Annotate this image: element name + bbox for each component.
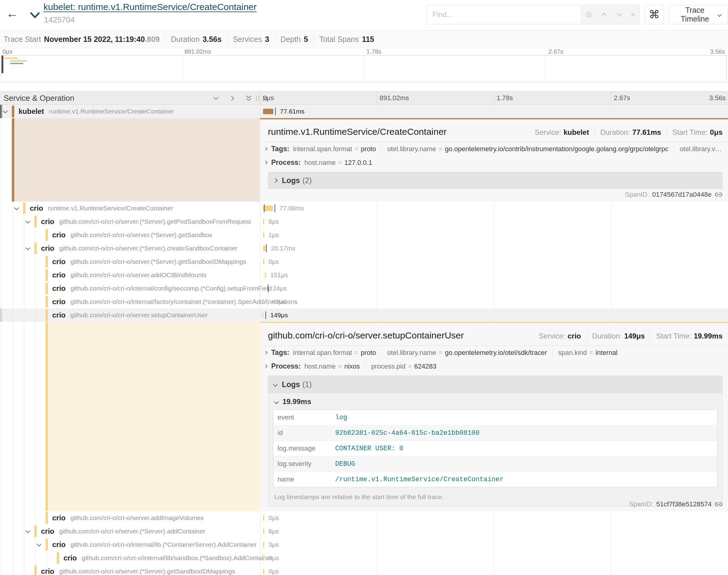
timeline-minimap[interactable] xyxy=(1,55,727,82)
expand-chevron-icon[interactable] xyxy=(3,109,8,113)
tags-row[interactable]: Tags: internal.span.format=protootel.lib… xyxy=(260,346,728,360)
span-duration-bar[interactable] xyxy=(263,259,264,264)
service-color-bar xyxy=(45,322,48,511)
logs-toggle[interactable]: Logs (1) xyxy=(268,376,722,393)
divider xyxy=(587,332,587,341)
span-boundary-tick xyxy=(265,311,266,319)
kv-value: proto xyxy=(361,145,376,153)
span-duration-bar[interactable] xyxy=(265,272,266,278)
divider xyxy=(274,35,275,44)
span-row[interactable]: criogithub.com/cri-o/cri-o/server.(*Serv… xyxy=(0,255,728,268)
span-row-label: criogithub.com/cri-o/cri-o/internal/conf… xyxy=(52,282,272,295)
kv-separator xyxy=(382,349,382,357)
kv-value: 624283 xyxy=(414,363,436,370)
operation-name: github.com/cri-o/cri-o/internal/factory/… xyxy=(70,298,297,305)
back-button[interactable]: ← xyxy=(6,7,18,20)
tree-guide-line xyxy=(1,551,2,565)
trace-title-link[interactable]: kubelet: runtime.v1.RuntimeService/Creat… xyxy=(43,2,257,12)
expand-chevron-icon[interactable] xyxy=(37,542,42,547)
span-duration-label: 20.17ms xyxy=(271,245,296,252)
span-duration-bar[interactable] xyxy=(263,515,264,521)
expand-chevron-icon[interactable] xyxy=(26,529,30,533)
expand-chevron-icon[interactable] xyxy=(26,246,30,250)
span-row[interactable]: criogithub.com/cri-o/cri-o/server.(*Serv… xyxy=(0,565,728,575)
span-duration-bar[interactable] xyxy=(263,555,264,561)
span-duration-bar[interactable] xyxy=(263,529,264,534)
span-row[interactable]: criogithub.com/cri-o/cri-o/internal/lib/… xyxy=(0,551,728,565)
log-field-key: log.severity xyxy=(273,456,331,472)
service-color-bar xyxy=(45,512,48,524)
logs-toggle[interactable]: Logs (2) xyxy=(268,172,723,189)
trace-id: 1425704 xyxy=(44,15,75,25)
span-duration-bar[interactable] xyxy=(263,542,264,547)
log-field-key: id xyxy=(273,425,331,441)
span-row[interactable]: criogithub.com/cri-o/cri-o/internal/conf… xyxy=(0,282,728,295)
divider xyxy=(227,35,228,44)
minimap-view-scrubber[interactable] xyxy=(2,56,3,73)
span-boundary-tick xyxy=(275,107,276,115)
span-duration-bar[interactable] xyxy=(263,219,264,224)
tags-row[interactable]: Tags: internal.span.format=protootel.lib… xyxy=(260,142,728,156)
service-color-bar xyxy=(57,552,59,564)
find-input[interactable] xyxy=(427,5,581,24)
keyboard-shortcuts-button[interactable]: ⌘ xyxy=(644,5,664,24)
column-resize-handle[interactable] xyxy=(256,96,259,101)
span-row[interactable]: criogithub.com/cri-o/cri-o/internal/lib.… xyxy=(0,538,728,551)
clear-find-icon[interactable]: × xyxy=(630,10,635,19)
logs-body: 19.99ms eventlogid92b82381-025c-4a64-815… xyxy=(268,393,722,506)
span-row[interactable]: crioruntime.v1.RuntimeService/CreateCont… xyxy=(0,202,728,215)
span-row-label: crioruntime.v1.RuntimeService/CreateCont… xyxy=(30,202,173,215)
tags-label: Tags: xyxy=(271,145,290,153)
prev-result-icon[interactable] xyxy=(600,10,608,19)
tree-guide-line xyxy=(24,215,24,228)
process-row[interactable]: Process: host.name=127.0.0.1 xyxy=(260,156,728,169)
span-duration-bar[interactable] xyxy=(263,232,264,238)
span-row[interactable]: kubeletruntime.v1.RuntimeService/CreateC… xyxy=(0,105,728,118)
total-spans-value: 115 xyxy=(362,35,374,44)
span-duration-bar[interactable] xyxy=(263,569,264,574)
span-duration-bar[interactable] xyxy=(262,312,263,318)
service-color-bar xyxy=(45,269,48,281)
span-row[interactable]: criogithub.com/cri-o/cri-o/server.addIma… xyxy=(0,511,728,525)
expand-chevron-icon[interactable] xyxy=(14,206,19,210)
log-entry-toggle[interactable]: 19.99ms xyxy=(273,394,717,410)
span-row[interactable]: criogithub.com/cri-o/cri-o/server.addOCI… xyxy=(0,268,728,282)
trace-view-selector[interactable]: Trace Timeline xyxy=(669,5,728,24)
span-row[interactable]: criogithub.com/cri-o/cri-o/server.(*Serv… xyxy=(0,242,728,255)
span-row[interactable]: criogithub.com/cri-o/cri-o/internal/fact… xyxy=(0,295,728,308)
equals-sign: = xyxy=(355,349,358,357)
process-row[interactable]: Process: host.name=nixosprocess.pid=6242… xyxy=(260,360,728,373)
minimap-tick: 3.56s xyxy=(710,48,725,55)
expand-chevron-icon[interactable] xyxy=(26,219,30,224)
collapse-one-icon[interactable] xyxy=(212,94,220,102)
trace-start-fraction: .809 xyxy=(145,35,160,44)
span-duration-bar[interactable] xyxy=(263,109,273,114)
span-rows-group: crioruntime.v1.RuntimeService/CreateCont… xyxy=(0,202,728,322)
tree-guide-line xyxy=(35,255,36,268)
locate-span-icon[interactable] xyxy=(584,10,593,19)
chevron-right-icon xyxy=(264,351,268,354)
detail-left-gutter xyxy=(0,322,260,511)
tags-list: internal.span.format=protootel.library.n… xyxy=(293,349,618,357)
span-row[interactable]: criogithub.com/cri-o/cri-o/server.(*Serv… xyxy=(0,525,728,538)
span-duration-bar[interactable] xyxy=(263,246,266,251)
tree-guide-line xyxy=(13,565,13,575)
kv-key: otel.library.v… xyxy=(680,145,722,153)
span-row[interactable]: criogithub.com/cri-o/cri-o/server.(*Serv… xyxy=(0,215,728,228)
span-duration-bar[interactable] xyxy=(266,299,268,305)
span-row[interactable]: criogithub.com/cri-o/cri-o/server.(*Serv… xyxy=(0,228,728,242)
service-name: crio xyxy=(52,271,66,279)
logs-label: Logs xyxy=(282,176,300,185)
logs-section: Logs (1) 19.99ms eventlogid92b82381-025c… xyxy=(268,376,723,506)
collapse-all-icon[interactable] xyxy=(245,94,253,102)
collapse-trace-chevron-icon[interactable] xyxy=(30,11,40,20)
service-name: crio xyxy=(41,567,54,575)
span-row[interactable]: criogithub.com/cri-o/cri-o/server.setupC… xyxy=(0,308,728,322)
copy-link-icon[interactable] xyxy=(715,191,723,199)
process-label: Process: xyxy=(271,159,301,167)
copy-link-icon[interactable] xyxy=(715,500,723,508)
expand-one-icon[interactable] xyxy=(228,94,236,102)
log-entry-time: 19.99ms xyxy=(283,397,311,406)
next-result-icon[interactable] xyxy=(615,10,624,19)
kv-value: go.opentelemetry.io/contrib/instrumentat… xyxy=(445,145,668,153)
